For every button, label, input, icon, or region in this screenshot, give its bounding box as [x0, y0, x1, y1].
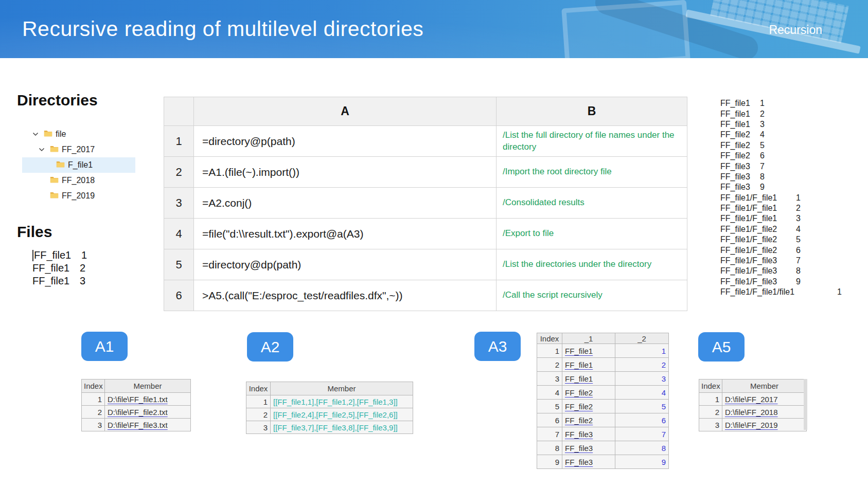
result-line: FF_file2 5: [720, 140, 842, 151]
name-link[interactable]: FF_file2: [562, 386, 615, 400]
tree-item[interactable]: F_file1: [22, 157, 135, 173]
code-cell: >A5.(call("E:/esproc_test/readfiles.dfx"…: [194, 280, 497, 311]
result-line: FF_file2 4: [720, 130, 842, 140]
code-cell: =A1.(file(~).import()): [194, 157, 497, 188]
member-link[interactable]: D:\file\FF_file3.txt: [105, 419, 191, 431]
chevron-down-icon[interactable]: [45, 163, 56, 167]
value-cell: 7: [615, 427, 669, 441]
grid-row: 4 =file("d:\\result.txt").export@a(A3) /…: [164, 219, 687, 249]
tree-item[interactable]: FF_2017: [22, 142, 135, 157]
result-name: FF_file1/F_file1: [720, 214, 796, 223]
result-value: 7: [796, 256, 801, 265]
result-value: 5: [760, 141, 765, 150]
index-cell: 2: [699, 406, 722, 419]
result-value: 4: [760, 130, 765, 139]
name-link[interactable]: FF_file2: [562, 413, 615, 427]
result-name: FF_file1/F_file2: [720, 246, 796, 255]
result-name: FF_file3: [720, 172, 760, 182]
comment-cell: /Export to file: [497, 219, 687, 249]
chevron-down-icon[interactable]: [32, 132, 44, 136]
code-cell: =A2.conj(): [194, 188, 497, 219]
result-line: FF_file1/F_file3 9: [720, 277, 842, 287]
table-row: 6 FF_file2 6: [537, 413, 669, 427]
tree-item-label: FF_2017: [62, 145, 95, 154]
a3-col1-header: _1: [562, 333, 615, 344]
table-row: 1 FF_file1 1: [537, 344, 669, 358]
table-row: 1 [[FF_file1,1],[FF_file1,2],[FF_file1,3…: [246, 395, 413, 408]
index-cell: 4: [537, 386, 562, 400]
folder-icon: [50, 176, 59, 185]
table-row: 2 FF_file1 2: [537, 358, 669, 372]
index-cell: 8: [537, 441, 562, 455]
result-name: FF_file3: [720, 162, 760, 171]
recursion-label: Recursion: [769, 23, 822, 37]
table-row: 1 D:\file\FF_file1.txt: [82, 393, 191, 406]
a5-scrollbar[interactable]: [804, 379, 807, 430]
name-link[interactable]: FF_file1: [562, 372, 615, 386]
grid-row: 6 >A5.(call("E:/esproc_test/readfiles.df…: [164, 280, 687, 311]
result-name: FF_file1/F_file3: [720, 266, 796, 276]
index-cell: 7: [537, 427, 562, 441]
index-cell: 3: [246, 421, 271, 434]
file-name: FF_file1: [32, 262, 80, 274]
result-value: 5: [796, 235, 801, 244]
result-line: FF_file1 2: [720, 109, 842, 119]
result-value: 8: [760, 172, 765, 182]
chevron-down-icon[interactable]: [39, 178, 50, 183]
table-row: 5 FF_file2 5: [537, 400, 669, 413]
name-link[interactable]: FF_file3: [562, 455, 615, 469]
index-cell: 1: [246, 395, 271, 408]
value-cell: 2: [615, 358, 669, 372]
tree-item[interactable]: FF_2019: [22, 188, 135, 204]
value-cell: 6: [615, 413, 669, 427]
file-value: 3: [80, 275, 85, 287]
value-cell: 4: [615, 386, 669, 400]
result-value: 7: [760, 162, 765, 171]
code-cell: =file("d:\\result.txt").export@a(A3): [194, 219, 497, 249]
member-link[interactable]: D:\file\FF_file1.txt: [105, 393, 191, 406]
file-line: FF_file1 1: [32, 249, 87, 262]
result-name: FF_file2: [720, 151, 760, 160]
member-link[interactable]: D:\file\FF_2019: [722, 419, 807, 431]
a3-col2-header: _2: [615, 333, 669, 344]
folder-icon: [50, 191, 59, 201]
files-heading: Files: [17, 223, 52, 241]
grid-row: 2 =A1.(file(~).import()) /Import the roo…: [164, 157, 687, 188]
member-link[interactable]: D:\file\FF_2018: [722, 406, 807, 419]
row-number-cell: 3: [164, 188, 194, 219]
a1-index-header: Index: [82, 379, 105, 393]
tree-item[interactable]: FF_2018: [22, 173, 135, 188]
member-link[interactable]: D:\file\FF_file2.txt: [105, 406, 191, 419]
name-link[interactable]: FF_file3: [562, 441, 615, 455]
name-link[interactable]: FF_file2: [562, 400, 615, 413]
result-name: FF_file1/F_file1: [720, 193, 796, 203]
tree-item[interactable]: file: [22, 126, 135, 142]
name-link[interactable]: FF_file3: [562, 427, 615, 441]
table-row: 1 D:\file\FF_2017: [699, 393, 807, 406]
table-row: 4 FF_file2 4: [537, 386, 669, 400]
tree-item-label: FF_2019: [62, 191, 95, 201]
index-cell: 1: [82, 393, 105, 406]
result-line: FF_file2 6: [720, 151, 842, 161]
result-line: FF_file1/F_file1/file1 1: [720, 287, 842, 297]
result-value: 1: [837, 287, 842, 297]
name-link[interactable]: FF_file1: [562, 344, 615, 358]
name-link[interactable]: FF_file1: [562, 358, 615, 372]
grid-header-row: A B: [164, 97, 687, 126]
chevron-down-icon[interactable]: [39, 148, 50, 152]
a2-result-table: Index Member 1 [[FF_file1,1],[FF_file1,2…: [246, 382, 413, 434]
chevron-down-icon[interactable]: [39, 194, 50, 198]
table-row: 2 D:\file\FF_2018: [699, 406, 807, 419]
row-number-cell: 5: [164, 249, 194, 280]
member-link[interactable]: D:\file\FF_2017: [722, 393, 807, 406]
result-name: FF_file1/F_file1/file1: [720, 287, 837, 297]
index-cell: 3: [82, 419, 105, 431]
result-value: 8: [796, 266, 801, 276]
result-line: FF_file3 7: [720, 161, 842, 171]
value-cell: 9: [615, 455, 669, 469]
value-cell: 8: [615, 441, 669, 455]
grid-column-a-header: A: [194, 97, 497, 126]
result-value: 4: [796, 225, 801, 234]
index-cell: 3: [537, 372, 562, 386]
result-name: FF_file1: [720, 99, 760, 108]
